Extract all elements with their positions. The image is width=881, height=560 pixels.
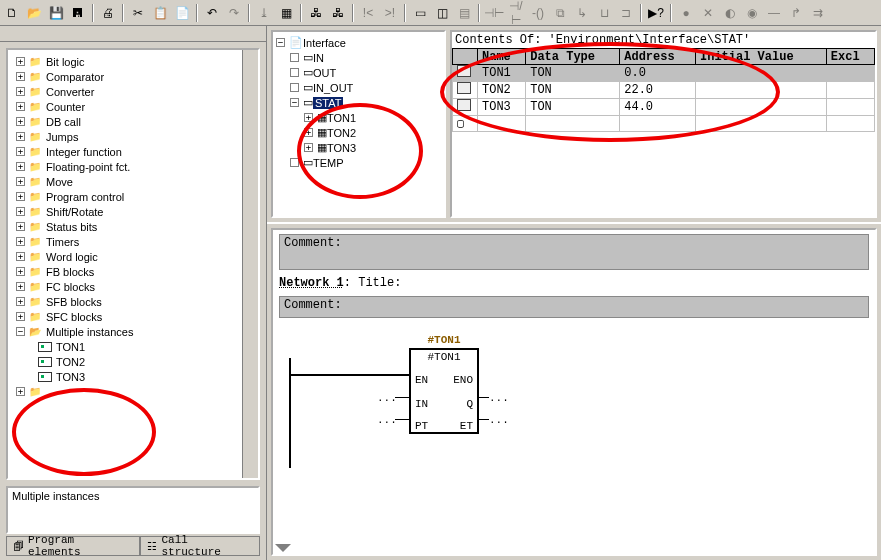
interface-tree[interactable]: −📄 Interface ▭ IN ▭ OUT ▭ IN_OUT −▭ STAT… [271, 30, 446, 218]
pin-pt: PT [415, 420, 428, 432]
cat-comparator[interactable]: +📁Comparator [10, 69, 256, 84]
ladder-network[interactable]: #TON1 #TON1 EN ENO IN Q PT ET ... ... ..… [279, 328, 869, 468]
table-row[interactable]: TON1 TON 0.0 [453, 65, 875, 82]
copy-button[interactable]: 📋 [150, 3, 170, 23]
block-comment[interactable]: Comment: [279, 234, 869, 270]
cat-word-logic[interactable]: +📁Word logic [10, 249, 256, 264]
var-table[interactable]: Name Data Type Address Initial Value Exc… [452, 48, 875, 132]
wire-dots: ... [489, 414, 509, 426]
cat-multi-instances[interactable]: −📂Multiple instances [10, 324, 256, 339]
iface-out[interactable]: ▭ OUT [276, 65, 441, 80]
tab-call-structure[interactable]: ☷Call structure [140, 536, 260, 556]
left-panel: +📁Bit logic +📁Comparator +📁Converter +📁C… [0, 26, 267, 560]
net-button[interactable]: 🖧 [306, 3, 326, 23]
redo-button[interactable]: ↷ [224, 3, 244, 23]
pin-en: EN [415, 374, 428, 386]
table-row[interactable]: TON2 TON 22.0 [453, 82, 875, 99]
mi-descriptor: Multiple instances [6, 486, 260, 534]
pin-in: IN [415, 398, 428, 410]
help-button[interactable]: ▶? [646, 3, 666, 23]
network-comment[interactable]: Comment: [279, 296, 869, 318]
cat-converter[interactable]: +📁Converter [10, 84, 256, 99]
cat-bit-logic[interactable]: +📁Bit logic [10, 54, 256, 69]
new-button[interactable]: 🗋 [2, 3, 22, 23]
mi-ton2[interactable]: TON2 [38, 354, 256, 369]
iface-ton3[interactable]: +▦ TON3 [276, 140, 441, 155]
x6-button[interactable]: ↱ [786, 3, 806, 23]
net2-button[interactable]: 🖧 [328, 3, 348, 23]
cat-float[interactable]: +📁Floating-point fct. [10, 159, 256, 174]
iface-in[interactable]: ▭ IN [276, 50, 441, 65]
iface-temp[interactable]: ▭ TEMP [276, 155, 441, 170]
cat-program-control[interactable]: +📁Program control [10, 189, 256, 204]
iface-stat[interactable]: −▭ STAT [276, 95, 441, 110]
fmt2-button[interactable]: >! [380, 3, 400, 23]
tab-program-elements[interactable]: 🗐Program elements [6, 536, 140, 556]
fb-ton1[interactable]: #TON1 #TON1 EN ENO IN Q PT ET [409, 348, 479, 434]
x2-button[interactable]: ✕ [698, 3, 718, 23]
cat-fb-blocks[interactable]: +📁FB blocks [10, 264, 256, 279]
cat-sfb-blocks[interactable]: +📁SFB blocks [10, 294, 256, 309]
table-row-empty[interactable]: ▢ [453, 116, 875, 132]
save-button[interactable]: 💾 [46, 3, 66, 23]
wire-dots: ... [489, 392, 509, 404]
right-panel: −📄 Interface ▭ IN ▭ OUT ▭ IN_OUT −▭ STAT… [267, 26, 881, 560]
x3-button[interactable]: ◐ [720, 3, 740, 23]
cat-counter[interactable]: +📁Counter [10, 99, 256, 114]
var-path: Contents Of: 'Environment\Interface\STAT… [452, 32, 875, 48]
x4-button[interactable]: ◉ [742, 3, 762, 23]
ld4-button[interactable]: ⧉ [550, 3, 570, 23]
table-row[interactable]: TON3 TON 44.0 [453, 99, 875, 116]
block-button[interactable]: ▦ [276, 3, 296, 23]
iface-root[interactable]: −📄 Interface [276, 35, 441, 50]
main-toolbar: 🗋 📂 💾 🖪 🖨 ✂ 📋 📄 ↶ ↷ ⤓ ▦ 🖧 🖧 !< >! ▭ ◫ ▤ … [0, 0, 881, 26]
cat-integer[interactable]: +📁Integer function [10, 144, 256, 159]
mi-ton1[interactable]: TON1 [38, 339, 256, 354]
x1-button[interactable]: ● [676, 3, 696, 23]
cat-shift[interactable]: +📁Shift/Rotate [10, 204, 256, 219]
win2-button[interactable]: ◫ [432, 3, 452, 23]
fmt1-button[interactable]: !< [358, 3, 378, 23]
iface-inout[interactable]: ▭ IN_OUT [276, 80, 441, 95]
open-button[interactable]: 📂 [24, 3, 44, 23]
paste-button[interactable]: 📄 [172, 3, 192, 23]
cat-db-call[interactable]: +📁DB call [10, 114, 256, 129]
code-editor[interactable]: Comment: Network 1: Title: Comment: #TON… [271, 228, 877, 556]
cat-sfc-blocks[interactable]: +📁SFC blocks [10, 309, 256, 324]
cat-jumps[interactable]: +📁Jumps [10, 129, 256, 144]
cut-button[interactable]: ✂ [128, 3, 148, 23]
ld7-button[interactable]: ⊐ [616, 3, 636, 23]
win1-button[interactable]: ▭ [410, 3, 430, 23]
saveall-button[interactable]: 🖪 [68, 3, 88, 23]
cat-status[interactable]: +📁Status bits [10, 219, 256, 234]
mi-ton3[interactable]: TON3 [38, 369, 256, 384]
print-button[interactable]: 🖨 [98, 3, 118, 23]
network-title[interactable]: Network 1: Title: [273, 274, 875, 292]
win3-button[interactable]: ▤ [454, 3, 474, 23]
hscroll-handle[interactable] [275, 544, 291, 552]
wire-dots: ... [377, 392, 397, 404]
tree-scrollbar[interactable] [242, 50, 258, 478]
element-tree[interactable]: +📁Bit logic +📁Comparator +📁Converter +📁C… [6, 48, 260, 480]
x7-button[interactable]: ⇉ [808, 3, 828, 23]
cat-fc-blocks[interactable]: +📁FC blocks [10, 279, 256, 294]
cat-last[interactable]: +📁 [10, 384, 256, 399]
ld3-button[interactable]: -() [528, 3, 548, 23]
pin-et: ET [460, 420, 473, 432]
iface-ton2[interactable]: +▦ TON2 [276, 125, 441, 140]
ld5-button[interactable]: ↳ [572, 3, 592, 23]
wire-dots: ... [377, 414, 397, 426]
cat-move[interactable]: +📁Move [10, 174, 256, 189]
ld2-button[interactable]: ⊣/⊢ [506, 3, 526, 23]
ld1-button[interactable]: ⊣⊢ [484, 3, 504, 23]
undo-button[interactable]: ↶ [202, 3, 222, 23]
download-button[interactable]: ⤓ [254, 3, 274, 23]
pin-eno: ENO [453, 374, 473, 386]
ld6-button[interactable]: ⊔ [594, 3, 614, 23]
pin-q: Q [466, 398, 473, 410]
var-table-area: Contents Of: 'Environment\Interface\STAT… [450, 30, 877, 218]
x5-button[interactable]: — [764, 3, 784, 23]
cat-timers[interactable]: +📁Timers [10, 234, 256, 249]
iface-ton1[interactable]: +▦ TON1 [276, 110, 441, 125]
